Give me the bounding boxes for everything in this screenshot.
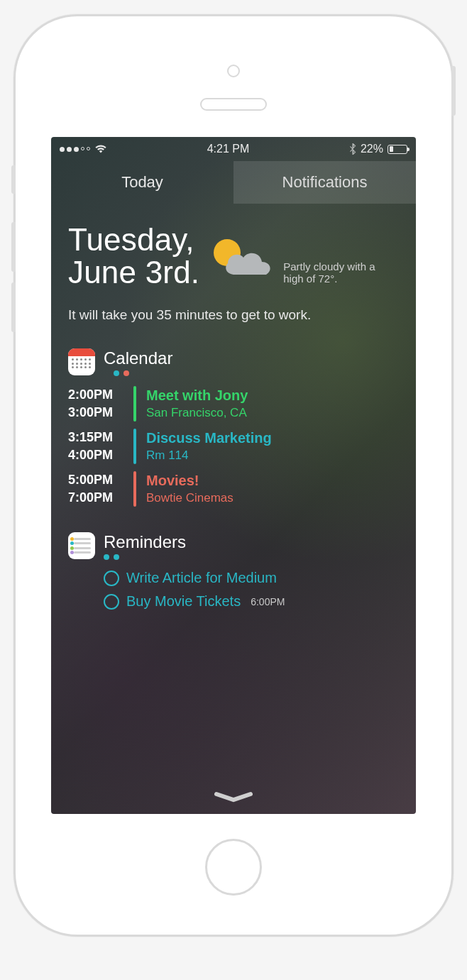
phone-frame: 4:21 PM 22% Today Notifications Tuesday, [13, 14, 454, 937]
reminders-title: Reminders [104, 532, 186, 552]
calendar-event[interactable]: 5:00PM7:00PMMovies!Bowtie Cinemas [68, 471, 399, 507]
reminder-time: 6:00PM [251, 596, 285, 607]
mute-switch[interactable] [11, 165, 16, 194]
event-title: Discuss Marketing [146, 429, 272, 448]
calendar-section: Calendar 2:00PM3:00PMMeet with JonySan F… [68, 348, 399, 507]
event-color-bar [133, 471, 136, 507]
reminder-item[interactable]: Buy Movie Tickets6:00PM [104, 593, 399, 610]
event-title: Meet with Jony [146, 386, 248, 405]
event-location: Rm 114 [146, 448, 272, 464]
travel-time: It will take you 35 minutes to get to wo… [68, 307, 399, 323]
reminder-title: Write Article for Medium [126, 570, 277, 586]
reminders-section: Reminders Write Article for MediumBuy Mo… [68, 532, 399, 610]
event-title: Movies! [146, 471, 234, 490]
tab-today[interactable]: Today [51, 161, 234, 204]
signal-strength-icon [60, 147, 90, 152]
battery-text: 22% [361, 143, 383, 155]
event-times: 3:15PM4:00PM [68, 429, 123, 464]
reminder-checkbox[interactable] [104, 594, 119, 610]
event-times: 2:00PM3:00PM [68, 386, 123, 422]
battery-icon [388, 145, 407, 154]
calendar-event[interactable]: 3:15PM4:00PMDiscuss MarketingRm 114 [68, 429, 399, 464]
wifi-icon [94, 144, 107, 154]
today-content: Tuesday, June 3rd. Partly cloudy with a … [51, 204, 416, 814]
calendar-event[interactable]: 2:00PM3:00PMMeet with JonySan Francisco,… [68, 386, 399, 422]
volume-down-button[interactable] [11, 282, 16, 332]
volume-up-button[interactable] [11, 222, 16, 272]
event-color-bar [133, 429, 136, 464]
tab-bar: Today Notifications [51, 161, 416, 204]
event-times: 5:00PM7:00PM [68, 471, 123, 507]
power-button[interactable] [451, 66, 456, 116]
reminder-item[interactable]: Write Article for Medium [104, 570, 399, 586]
reminders-dots [104, 554, 186, 560]
pull-up-handle-icon[interactable] [214, 791, 253, 803]
event-location: San Francisco, CA [146, 405, 248, 422]
calendar-title: Calendar [104, 348, 172, 368]
status-time: 4:21 PM [207, 143, 250, 155]
weather-icon [209, 236, 273, 286]
reminder-title: Buy Movie Tickets [126, 593, 241, 610]
date-heading: Tuesday, June 3rd. [68, 224, 199, 289]
event-location: Bowtie Cinemas [146, 490, 234, 507]
reminders-app-icon[interactable] [68, 532, 95, 559]
weather-summary: Partly cloudy with a high of 72°. [283, 260, 375, 285]
home-button[interactable] [205, 839, 262, 896]
bluetooth-icon [349, 143, 356, 155]
event-color-bar [133, 386, 136, 422]
status-bar: 4:21 PM 22% [51, 137, 416, 161]
calendar-app-icon[interactable] [68, 348, 95, 375]
reminder-checkbox[interactable] [104, 571, 119, 586]
tab-notifications[interactable]: Notifications [234, 161, 416, 204]
calendar-dots [104, 370, 172, 376]
screen: 4:21 PM 22% Today Notifications Tuesday, [51, 137, 416, 814]
